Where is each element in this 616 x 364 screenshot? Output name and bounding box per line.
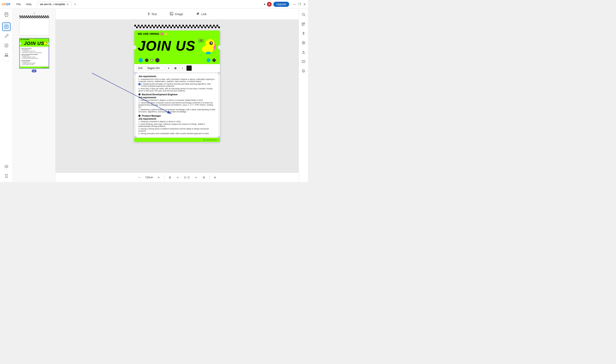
join-us-row: JOIN US <box>134 36 220 58</box>
svg-rect-46 <box>303 43 304 44</box>
backend-item-2: 2. Passionate about computer science and… <box>138 102 216 108</box>
pm-item-3: 3. Having a strong sense of platform fra… <box>138 128 216 132</box>
circle-white <box>151 59 153 62</box>
svg-point-35 <box>211 42 212 44</box>
thumbnail-panel: 1 <box>13 9 56 182</box>
sidebar-divider-2 <box>3 61 10 61</box>
text-tool-icon: T <box>148 12 150 16</box>
svg-rect-15 <box>19 16 49 18</box>
text-tool-btn[interactable]: T Text <box>145 11 160 17</box>
circle-dark2 <box>155 58 160 62</box>
page1-content <box>19 18 49 35</box>
upgrade-button[interactable]: Upgrade <box>273 2 289 7</box>
main-layout: 1 <box>0 9 308 182</box>
text-content-box[interactable]: Job requirements 1. Graduated from 2024 … <box>135 73 219 137</box>
maximize-btn[interactable]: ❐ <box>298 2 301 6</box>
sidebar-annotation-icon[interactable] <box>2 32 11 40</box>
svg-rect-10 <box>5 56 8 56</box>
next-page-btn[interactable] <box>193 175 199 181</box>
sidebar-layers-icon[interactable] <box>2 162 11 171</box>
dropdown-btn[interactable]: ▾ <box>264 3 265 6</box>
doc-viewer[interactable]: WE ARE HIRING 🎯 ⭐ JOIN US <box>56 20 299 173</box>
sidebar-document-icon[interactable] <box>2 10 11 19</box>
close-view-btn[interactable]: ✕ <box>212 175 218 181</box>
prev-page-btn[interactable] <box>175 175 181 181</box>
image-tool-btn[interactable]: Image <box>167 11 186 18</box>
page1-num-label: 1 <box>33 12 35 14</box>
content-area: T Text Image <box>56 9 299 182</box>
page2-thumb: WE ARE HIRING ⭐ ⭐ JOIN US <box>19 38 49 69</box>
thumbnail-page1[interactable]: 1 <box>19 12 49 36</box>
title-bar-right: ▾ B Upgrade — ❐ ✕ <box>264 2 306 7</box>
close-btn[interactable]: ✕ <box>303 2 306 6</box>
menu-file[interactable]: File <box>14 2 23 7</box>
right-ocr-icon[interactable] <box>299 20 308 28</box>
tab-close-btn[interactable]: ✕ <box>66 3 69 6</box>
zoom-level-display[interactable]: 72% ▾ <box>144 175 154 180</box>
prev-item-1: 1. Graduated from 2024 or later, with a … <box>138 78 216 82</box>
handle-br[interactable] <box>218 136 220 138</box>
right-history-icon[interactable] <box>299 67 308 75</box>
pm-item-4: 4. Strong execution and coordination ski… <box>138 132 216 135</box>
sidebar-bookmark-icon[interactable] <box>2 172 11 180</box>
bold-btn[interactable]: B <box>173 65 178 71</box>
highlight-mark <box>138 83 140 85</box>
align-btn[interactable]: ≡ <box>166 65 171 71</box>
right-sign-icon[interactable] <box>299 57 308 66</box>
svg-point-23 <box>171 13 171 13</box>
font-name-value: Segoe UI <box>147 67 158 70</box>
handle-tr[interactable] <box>218 72 220 74</box>
page-container: WE ARE HIRING 🎯 ⭐ JOIN US <box>134 31 220 142</box>
link-tool-btn[interactable]: Link <box>193 11 210 18</box>
color-picker-btn[interactable] <box>186 65 192 71</box>
sidebar-form-icon[interactable] <box>2 41 11 50</box>
checker-banner <box>134 25 220 29</box>
handle-tl[interactable] <box>135 72 136 74</box>
text-tool-label: Text <box>151 13 157 16</box>
page-footer: 🐾 A ★ xxxxxxxxx <box>134 138 220 142</box>
circle-dark <box>145 59 149 62</box>
svg-rect-8 <box>5 44 8 47</box>
font-size-select[interactable]: 10 ▾ <box>137 66 144 70</box>
hiring-header-text: WE ARE HIRING 🎯 ⭐ <box>138 32 168 36</box>
right-search-icon[interactable] <box>299 10 308 19</box>
sidebar-stamp-icon[interactable] <box>2 51 11 59</box>
handle-bl[interactable] <box>135 136 136 138</box>
italic-btn[interactable]: I <box>179 65 185 71</box>
format-toolbar: 10 ▾ Segoe UI ▾ ≡ B I <box>134 64 220 72</box>
tab-area: we-are-hir...r-template ✕ + <box>37 1 264 7</box>
svg-rect-22 <box>170 12 173 15</box>
font-name-select[interactable]: Segoe UI ▾ <box>145 66 164 70</box>
zoom-out-btn[interactable]: − <box>136 175 142 181</box>
thumbnail-page2[interactable]: WE ARE HIRING ⭐ ⭐ JOIN US <box>19 38 49 72</box>
prev-item-3: 3. More than 3 days per week, with an in… <box>138 88 216 92</box>
zoom-in-btn[interactable]: + <box>156 175 162 181</box>
green-header-section: WE ARE HIRING 🎯 ⭐ JOIN US <box>134 31 220 64</box>
pm-title: Product Manager <box>138 115 216 117</box>
left-sidebar <box>0 9 13 182</box>
menu-help[interactable]: Help <box>24 2 34 7</box>
font-size-value: 10 <box>138 67 141 70</box>
right-protect-icon[interactable] <box>299 39 308 47</box>
text-content-inner: Job requirements 1. Graduated from 2024 … <box>135 73 219 137</box>
tab-document[interactable]: we-are-hir...r-template ✕ <box>37 1 72 7</box>
minimize-btn[interactable]: — <box>293 2 296 6</box>
page-footer-text: 🐾 A ★ xxxxxxxxx <box>203 139 217 141</box>
checker-svg <box>19 16 49 18</box>
prev-req-title: Job requirements <box>138 75 216 78</box>
first-page-btn[interactable] <box>167 175 173 181</box>
tab-add-btn[interactable]: + <box>72 2 78 7</box>
right-convert-icon[interactable] <box>299 29 308 38</box>
link-tool-label: Link <box>201 13 207 16</box>
sidebar-edit-icon[interactable] <box>2 22 11 31</box>
last-page-btn[interactable] <box>201 175 207 181</box>
page2-bird <box>41 40 47 47</box>
font-size-dropdown-icon: ▾ <box>141 67 142 70</box>
svg-line-41 <box>304 15 305 16</box>
title-bar: UPDF File Help we-are-hir...r-template ✕… <box>0 0 308 9</box>
svg-point-40 <box>302 13 304 15</box>
right-share-icon[interactable] <box>299 48 308 56</box>
page2-text-content: ● Data Science Intern Job requirements 1… <box>20 47 48 66</box>
nav-divider-2 <box>209 175 209 180</box>
right-sidebar <box>299 9 308 182</box>
